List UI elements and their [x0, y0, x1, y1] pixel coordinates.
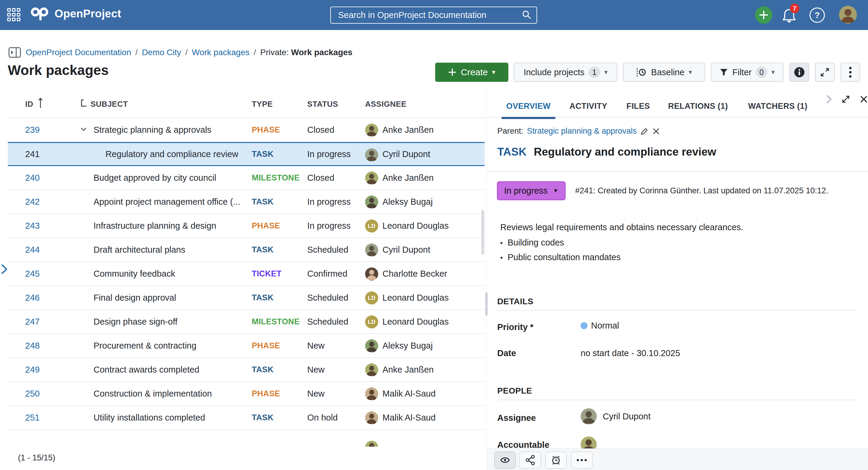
table-row[interactable]: 249Contract awards completedTASKNewAnke …: [8, 358, 485, 382]
table-row[interactable]: 248Procurement & contractingPHASENewAlek…: [8, 334, 485, 358]
work-package-id-link[interactable]: 246: [25, 293, 39, 303]
column-header-type[interactable]: TYPE: [252, 99, 273, 109]
table-scrollbar[interactable]: [482, 210, 484, 255]
column-header-subject[interactable]: SUBJECT: [91, 99, 128, 109]
search-input[interactable]: [338, 10, 522, 20]
status-cell: Closed: [307, 125, 334, 135]
work-package-id-link[interactable]: 243: [25, 221, 39, 231]
more-options-button[interactable]: [840, 63, 860, 82]
create-button[interactable]: Create ▾: [435, 63, 508, 82]
column-header-assignee[interactable]: ASSIGNEE: [365, 99, 406, 109]
assignee-name[interactable]: Malik Al-Saud: [382, 413, 435, 422]
work-package-id-link[interactable]: 240: [25, 173, 39, 183]
assignee-name[interactable]: Anke Janßen: [382, 125, 434, 135]
assignee-name[interactable]: Cyril Dupont: [382, 245, 430, 255]
table-row[interactable]: 245Community feedbackTICKETConfirmedChar…: [8, 262, 485, 286]
table-row[interactable]: 247Design phase sign-offMILESTONESchedul…: [8, 310, 485, 334]
description[interactable]: Reviews legal requirements and obtains n…: [500, 222, 743, 262]
type-cell: PHASE: [252, 221, 280, 230]
table-row[interactable]: 244Draft architectural plansTASKSchedule…: [8, 238, 485, 262]
more-actions-button[interactable]: [571, 451, 593, 469]
work-package-id-link[interactable]: 244: [25, 245, 39, 255]
fullscreen-button[interactable]: [815, 63, 835, 82]
help-button[interactable]: ?: [810, 7, 825, 23]
work-package-id-link[interactable]: 248: [25, 341, 39, 351]
expand-sidebar-chevron[interactable]: [1, 264, 8, 276]
table-row[interactable]: 243Infrastructure planning & designPHASE…: [8, 214, 485, 238]
assignee-name[interactable]: Anke Janßen: [382, 173, 434, 183]
panel-resize-handle[interactable]: [485, 292, 488, 316]
work-package-id-link[interactable]: 241: [25, 149, 39, 159]
tab-activity[interactable]: ACTIVITY: [569, 95, 607, 117]
assignee-name[interactable]: Cyril Dupont: [382, 149, 430, 159]
tabs-scroll-chevron-icon[interactable]: [826, 94, 832, 105]
status-dropdown-button[interactable]: In progress ▼: [497, 181, 565, 200]
parent-link[interactable]: Strategic planning & approvals: [527, 126, 637, 136]
assignee-name[interactable]: Anke Janßen: [382, 365, 434, 375]
breadcrumb-separator: /: [135, 48, 138, 57]
sidebar-toggle-icon[interactable]: [8, 45, 22, 59]
work-package-id-link[interactable]: 250: [25, 389, 39, 399]
people-heading: PEOPLE: [497, 386, 532, 396]
close-panel-icon[interactable]: [859, 95, 868, 105]
filter-button[interactable]: Filter 0 ▾: [711, 63, 783, 82]
status-cell: New: [307, 341, 324, 351]
priority-value[interactable]: Normal: [581, 321, 619, 331]
hierarchy-icon[interactable]: [80, 99, 88, 109]
assignee-name[interactable]: Aleksy Bugaj: [382, 341, 433, 351]
tab-files[interactable]: FILES: [626, 95, 650, 117]
date-value[interactable]: no start date - 30.10.2025: [581, 348, 680, 358]
remove-parent-icon[interactable]: [652, 127, 660, 135]
enlarge-panel-icon[interactable]: [841, 94, 851, 105]
info-toggle-button[interactable]: [789, 63, 809, 82]
baseline-button[interactable]: Baseline ▾: [623, 63, 705, 82]
assignee-name[interactable]: Charlotte Becker: [382, 269, 447, 279]
global-search-box[interactable]: [330, 7, 537, 24]
edit-pencil-icon[interactable]: [640, 127, 649, 135]
type-tag[interactable]: TASK: [497, 146, 527, 158]
breadcrumb-link-demo-city[interactable]: Demo City: [142, 48, 181, 57]
table-row[interactable]: 250Construction & implementationPHASENew…: [8, 382, 485, 406]
column-header-status[interactable]: STATUS: [307, 99, 338, 109]
notifications-button[interactable]: 7: [781, 7, 799, 24]
collapse-chevron-icon[interactable]: [80, 127, 87, 133]
priority-dot-icon: [581, 322, 587, 329]
assignee-name[interactable]: Malik Al-Saud: [382, 389, 435, 399]
search-icon[interactable]: [522, 9, 532, 21]
table-row[interactable]: 246Final design approvalTASKScheduledLDL…: [8, 286, 485, 310]
modules-grid-icon[interactable]: [7, 8, 22, 22]
table-row[interactable]: 240Budget approved by city councilMILEST…: [8, 166, 485, 190]
status-cell: In progress: [307, 149, 351, 159]
assignee-name[interactable]: Leonard Douglas: [382, 221, 449, 231]
tab-relations-1-[interactable]: RELATIONS (1): [668, 95, 728, 117]
work-package-id-link[interactable]: 251: [25, 413, 39, 422]
work-package-id-link[interactable]: 239: [25, 125, 39, 135]
column-header-id[interactable]: ID: [25, 99, 33, 109]
table-row[interactable]: 251Utility installations completedTASKOn…: [8, 406, 485, 430]
table-row[interactable]: 241Regulatory and compliance reviewTASKI…: [8, 142, 485, 166]
assignee-name[interactable]: Leonard Douglas: [382, 293, 449, 303]
breadcrumb-link-documentation[interactable]: OpenProject Documentation: [26, 48, 131, 57]
reminder-button[interactable]: [545, 451, 567, 469]
table-row[interactable]: 239Strategic planning & approvalsPHASECl…: [8, 118, 485, 142]
tab-watchers-1-[interactable]: WATCHERS (1): [748, 95, 807, 117]
breadcrumb-link-work-packages[interactable]: Work packages: [192, 48, 249, 57]
work-package-id-link[interactable]: 245: [25, 269, 39, 279]
work-package-id-link[interactable]: 242: [25, 197, 39, 207]
tab-overview[interactable]: OVERVIEW: [506, 95, 551, 117]
assignee-name[interactable]: Aleksy Bugaj: [382, 197, 433, 207]
status-cell: Confirmed: [307, 269, 347, 279]
assignee-name[interactable]: Leonard Douglas: [382, 317, 449, 327]
title-text[interactable]: Regulatory and compliance review: [534, 146, 716, 158]
work-package-id-link[interactable]: 249: [25, 365, 39, 375]
sort-ascending-icon[interactable]: [38, 97, 43, 110]
openproject-logo[interactable]: OpenProject: [31, 5, 121, 22]
watch-button[interactable]: [494, 451, 516, 469]
include-projects-button[interactable]: Include projects 1 ▾: [514, 63, 617, 82]
quick-add-button[interactable]: [755, 6, 772, 24]
work-package-id-link[interactable]: 247: [25, 317, 39, 327]
user-avatar[interactable]: [839, 6, 857, 24]
table-row[interactable]: 242Appoint project management office (..…: [8, 190, 485, 214]
assignee-value[interactable]: Cyril Dupont: [581, 408, 651, 425]
share-button[interactable]: [520, 451, 541, 469]
